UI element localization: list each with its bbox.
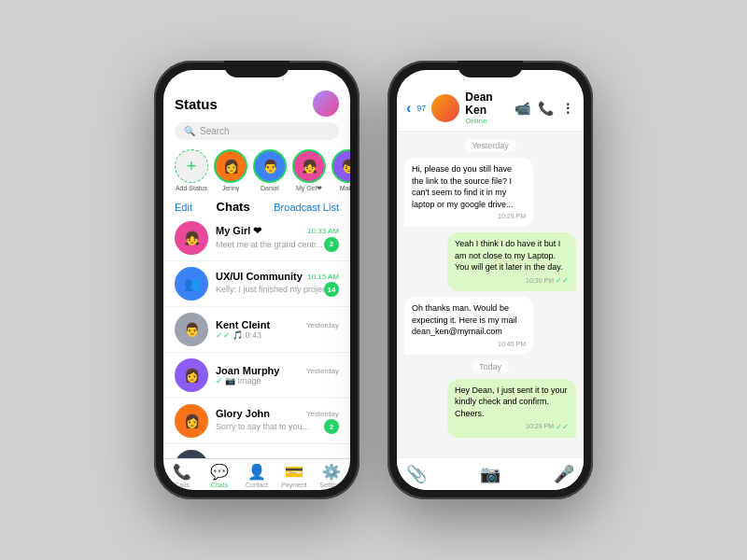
video-call-button[interactable]: 📹 [514, 101, 530, 116]
chat-avatar-designer: 🎨 [175, 450, 208, 458]
story-avatar-mygirl: 👧 [292, 149, 326, 183]
nav-payment[interactable]: 💳 Payment [275, 463, 313, 488]
calls-label: Calls [175, 482, 190, 488]
chat-name-uxui: UX/UI Community [216, 271, 303, 282]
chat-item-designer[interactable]: 🎨 Designer Saturday ✓✓ 🎵 0:43 [163, 444, 350, 458]
msg-sent-2: Hey Dean, I just sent it to your kindly … [447, 379, 576, 438]
chat-info-kent: Kent Cleint Yesterday ✓✓ 🎵 0:43 [216, 319, 339, 340]
chat-name-row-kent: Kent Cleint Yesterday [216, 319, 339, 330]
chat-actions: 📹 📞 ⋮ [514, 101, 574, 116]
chat-preview-joan: ✓ 📷 Image [216, 376, 339, 385]
left-phone: Status 🔍 Search + Add Status 👩 Jenny [154, 61, 359, 499]
settings-label: Settings [319, 482, 343, 488]
story-avatar-makik: 👦 [331, 149, 350, 183]
msg-time-received-1: 10:29 PM [412, 212, 526, 221]
right-phone: ‹ 97 Dean Ken Online 📹 📞 ⋮ Yesterday Hi,… [388, 61, 593, 499]
chat-name-row-mygirl: My Girl ❤ 10:33 AM [216, 225, 339, 237]
chat-item-glory[interactable]: 👩 Glory John Yesterday Sorry to say that… [163, 399, 350, 444]
chat-name-row-uxui: UX/UI Community 10:15 AM [216, 271, 339, 282]
back-button[interactable]: ‹ [406, 100, 411, 117]
mic-button[interactable]: 🎤 [554, 464, 574, 484]
chat-avatar-joan: 👩 [175, 358, 208, 392]
search-placeholder: Search [200, 126, 230, 136]
chat-info-glory: Glory John Yesterday Sorry to say that t… [216, 408, 339, 434]
chat-item-uxui[interactable]: 👥 UX/UI Community 10:15 AM Kelly: I just… [163, 261, 350, 307]
nav-settings[interactable]: ⚙️ Settings [313, 463, 350, 488]
msg-text-received-1: Hi, please do you still have the link to… [412, 164, 514, 209]
chats-screen: Status 🔍 Search + Add Status 👩 Jenny [163, 70, 350, 490]
attach-button[interactable]: 📎 [406, 464, 427, 484]
msg-text-received-2: Oh thanks man. Would be expecting it. He… [412, 303, 517, 336]
add-status-avatar: + [175, 149, 208, 183]
day-divider-yesterday: Yesterday [464, 139, 516, 152]
chat-avatar-uxui: 👥 [175, 267, 208, 301]
add-status-story[interactable]: + Add Status [175, 149, 208, 192]
chat-name-kent: Kent Cleint [216, 319, 270, 330]
nav-calls[interactable]: 📞 Calls [163, 463, 201, 488]
story-name-jenny: Jenny [222, 185, 240, 191]
status-header: Status [163, 70, 350, 122]
contact-icon: 👤 [247, 463, 266, 481]
contact-label: Contact [246, 482, 268, 488]
voice-call-button[interactable]: 📞 [538, 101, 554, 116]
msg-text-sent-2: Hey Dean, I just sent it to your kindly … [455, 385, 568, 418]
chat-time-joan: Yesterday [306, 367, 339, 375]
nav-chats[interactable]: 💬 Chats [201, 463, 238, 488]
edit-button[interactable]: Edit [175, 202, 192, 213]
msg-received-2: Oh thanks man. Would be expecting it. He… [404, 297, 533, 355]
chat-preview-uxui: Kelly: I just finished my project. [216, 285, 324, 294]
left-notch [224, 61, 289, 77]
status-avatar[interactable] [313, 91, 339, 117]
story-name-daniel: Daniel [261, 185, 279, 191]
chat-input-bar: 📎 📷 🎤 [397, 457, 584, 490]
more-options-button[interactable]: ⋮ [561, 101, 574, 116]
contact-info: Dean Ken Online [465, 91, 509, 125]
chat-item-mygirl[interactable]: 👧 My Girl ❤ 10:33 AM Meet me at the gran… [163, 216, 350, 261]
msg-time-received-2: 10:45 PM [412, 340, 526, 349]
chat-preview-glory: Sorry to say that to you... [216, 422, 309, 431]
broadcast-list-button[interactable]: Broadcast List [274, 202, 339, 213]
msg-time-sent-1: 10:30 PM ✓✓ [455, 275, 569, 286]
chat-time-uxui: 10:15 AM [307, 273, 339, 281]
chat-preview-mygirl: Meet me at the grand centr... [216, 240, 323, 249]
chat-top-bar: ‹ 97 Dean Ken Online 📹 📞 ⋮ [397, 70, 584, 132]
chat-item-kent[interactable]: 👨 Kent Cleint Yesterday ✓✓ 🎵 0:43 [163, 307, 350, 353]
chats-header: Edit Chats Broadcast List [163, 196, 350, 216]
chat-time-mygirl: 10:33 AM [307, 227, 339, 235]
chat-avatar-glory: 👩 [175, 404, 208, 438]
contact-status: Online [465, 117, 509, 125]
nav-contact[interactable]: 👤 Contact [238, 463, 275, 488]
chat-item-joan[interactable]: 👩 Joan Murphy Yesterday ✓ 📷 Image [163, 353, 350, 399]
search-bar[interactable]: 🔍 Search [175, 122, 339, 140]
chats-label: Chats [217, 200, 250, 214]
chat-time-kent: Yesterday [306, 321, 339, 329]
unread-badge-mygirl: 2 [324, 237, 339, 252]
camera-button[interactable]: 📷 [480, 464, 500, 484]
story-name-makik: Makik [340, 185, 350, 191]
unread-badge-uxui: 14 [324, 282, 339, 297]
chat-name-joan: Joan Murphy [216, 365, 279, 376]
chat-conversation-screen: ‹ 97 Dean Ken Online 📹 📞 ⋮ Yesterday Hi,… [397, 70, 584, 490]
chat-info-joan: Joan Murphy Yesterday ✓ 📷 Image [216, 365, 339, 385]
story-name-mygirl: My Girl❤ [296, 185, 322, 192]
right-screen: ‹ 97 Dean Ken Online 📹 📞 ⋮ Yesterday Hi,… [397, 70, 584, 490]
msg-sent-1: Yeah I think I do have it but I am not c… [447, 232, 576, 291]
payment-icon: 💳 [285, 463, 303, 481]
contact-avatar [431, 94, 459, 122]
left-screen: Status 🔍 Search + Add Status 👩 Jenny [163, 70, 350, 490]
settings-icon: ⚙️ [322, 463, 341, 481]
story-makik[interactable]: 👦 Makik [331, 149, 350, 192]
story-avatar-jenny: 👩 [214, 149, 247, 183]
messages-area: Yesterday Hi, please do you still have t… [397, 132, 584, 457]
story-jenny[interactable]: 👩 Jenny [214, 149, 247, 192]
story-mygirl[interactable]: 👧 My Girl❤ [292, 149, 326, 192]
msg-text-sent-1: Yeah I think I do have it but I am not c… [455, 239, 563, 272]
story-avatar-daniel: 👨 [253, 149, 287, 183]
msg-time-sent-2: 10:29 PM ✓✓ [455, 422, 569, 432]
chats-nav-label: Chats [211, 482, 228, 488]
chat-preview-kent: ✓✓ 🎵 0:43 [216, 330, 339, 340]
story-daniel[interactable]: 👨 Daniel [253, 149, 287, 192]
status-title: Status [175, 96, 218, 112]
msg-received-1: Hi, please do you still have the link to… [404, 158, 533, 227]
unread-badge-glory: 2 [324, 419, 339, 434]
